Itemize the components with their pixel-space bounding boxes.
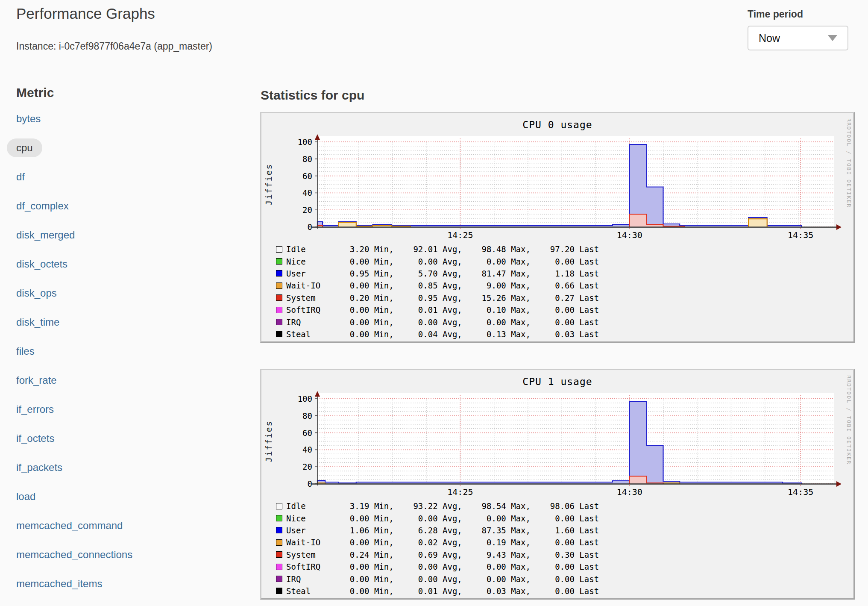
x-tick-label: 14:30 <box>617 487 642 497</box>
legend-stats-text: IRQ 0.00 Min, 0.00 Avg, 0.00 Max, 0.00 L… <box>286 574 599 584</box>
instance-label: Instance: i-0c7ef9877f06a4e7a (app_maste… <box>16 41 212 52</box>
time-period-control: Time period Now <box>748 9 848 50</box>
sidebar-item-label[interactable]: disk_time <box>7 313 69 332</box>
sidebar-item-label[interactable]: cpu <box>7 138 42 157</box>
legend-swatch-icon <box>276 282 282 289</box>
y-tick-label: 80 <box>302 411 312 421</box>
legend-row-user: User 1.06 Min, 6.28 Avg, 87.35 Max, 1.60… <box>276 524 599 536</box>
sidebar-item-memcached_command[interactable]: memcached_command <box>16 511 196 540</box>
legend-stats-text: SoftIRQ 0.00 Min, 0.01 Avg, 0.10 Max, 0.… <box>286 305 599 315</box>
x-axis-arrow-icon <box>836 224 842 230</box>
sidebar-item-df[interactable]: df <box>16 162 196 191</box>
sidebar-item-label[interactable]: disk_octets <box>7 255 77 274</box>
legend-stats-text: System 0.24 Min, 0.69 Avg, 9.43 Max, 0.3… <box>286 550 599 559</box>
graph-legend: Idle 3.19 Min, 93.22 Avg, 98.54 Max, 98.… <box>276 500 599 597</box>
sidebar-item-disk_merged[interactable]: disk_merged <box>16 221 196 250</box>
legend-swatch-icon <box>276 503 282 509</box>
sidebar-item-label[interactable]: disk_ops <box>7 284 66 303</box>
sidebar-item-disk_time[interactable]: disk_time <box>16 308 196 337</box>
main-content: Statistics for cpu CPU 0 usageRRDTOOL / … <box>260 84 855 103</box>
legend-swatch-icon <box>276 588 282 594</box>
y-axis-title: Jiffies <box>264 420 274 462</box>
legend-row-steal: Steal 0.00 Min, 0.04 Avg, 0.13 Max, 0.03… <box>276 328 599 340</box>
legend-stats-text: IRQ 0.00 Min, 0.00 Avg, 0.00 Max, 0.00 L… <box>286 318 599 327</box>
legend-row-system: System 0.20 Min, 0.95 Avg, 15.26 Max, 0.… <box>276 292 599 304</box>
sidebar-item-df_complex[interactable]: df_complex <box>16 191 196 221</box>
legend-stats-text: User 0.95 Min, 5.70 Avg, 81.47 Max, 1.18… <box>286 269 599 278</box>
x-axis-arrow-icon <box>836 481 842 487</box>
legend-row-wait-io: Wait-IO 0.00 Min, 0.02 Avg, 0.19 Max, 0.… <box>276 536 599 548</box>
sidebar-item-label[interactable]: df_complex <box>7 197 78 215</box>
y-tick-label: 80 <box>302 154 312 164</box>
sidebar-item-label[interactable]: bytes <box>7 109 50 128</box>
graph-plot: 02040608010014:2514:3014:35Jiffies <box>261 113 853 241</box>
legend-swatch-icon <box>276 331 282 337</box>
legend-stats-text: Idle 3.19 Min, 93.22 Avg, 98.54 Max, 98.… <box>286 501 599 511</box>
y-tick-label: 40 <box>302 445 312 454</box>
sidebar-item-label[interactable]: if_octets <box>7 429 64 448</box>
sidebar-item-label[interactable]: memcached_command <box>7 516 132 535</box>
sidebar-item-label[interactable]: if_packets <box>7 458 72 477</box>
legend-swatch-icon <box>276 539 282 546</box>
x-tick-label: 14:30 <box>617 230 642 240</box>
sidebar-item-load[interactable]: load <box>16 482 196 511</box>
rrd-graph-panel-cpu1: CPU 1 usageRRDTOOL / TOBI OETIKER0204060… <box>260 369 855 600</box>
sidebar-item-disk_ops[interactable]: disk_ops <box>16 279 196 308</box>
sidebar-item-if_octets[interactable]: if_octets <box>16 424 196 453</box>
sidebar-item-label[interactable]: disk_merged <box>7 226 84 244</box>
y-tick-label: 20 <box>302 462 312 471</box>
legend-stats-text: System 0.20 Min, 0.95 Avg, 15.26 Max, 0.… <box>286 293 599 303</box>
graph-legend: Idle 3.20 Min, 92.01 Avg, 98.48 Max, 97.… <box>276 243 599 340</box>
x-tick-label: 14:35 <box>788 487 813 497</box>
sidebar-item-fork_rate[interactable]: fork_rate <box>16 366 196 395</box>
sidebar-item-if_errors[interactable]: if_errors <box>16 395 196 424</box>
legend-row-wait-io: Wait-IO 0.00 Min, 0.85 Avg, 9.00 Max, 0.… <box>276 279 599 291</box>
x-tick-label: 14:25 <box>447 487 473 497</box>
sidebar-item-label[interactable]: memcached_items <box>7 574 111 593</box>
sidebar-item-label[interactable]: fork_rate <box>7 371 66 390</box>
y-tick-label: 0 <box>308 479 312 488</box>
sidebar-item-bytes[interactable]: bytes <box>16 104 196 133</box>
legend-swatch-icon <box>276 246 282 253</box>
legend-swatch-icon <box>276 551 282 558</box>
legend-swatch-icon <box>276 307 282 313</box>
legend-swatch-icon <box>276 319 282 325</box>
legend-stats-text: Steal 0.00 Min, 0.04 Avg, 0.13 Max, 0.03… <box>286 329 599 339</box>
x-tick-label: 14:25 <box>447 230 473 240</box>
sidebar-item-cpu[interactable]: cpu <box>16 133 196 162</box>
chevron-down-icon <box>828 35 837 41</box>
legend-swatch-icon <box>276 515 282 521</box>
legend-swatch-icon <box>276 258 282 265</box>
legend-stats-text: Wait-IO 0.00 Min, 0.85 Avg, 9.00 Max, 0.… <box>286 281 599 290</box>
legend-row-softirq: SoftIRQ 0.00 Min, 0.00 Avg, 0.00 Max, 0.… <box>276 561 599 573</box>
sidebar-item-label[interactable]: if_errors <box>7 400 63 419</box>
legend-row-nice: Nice 0.00 Min, 0.00 Avg, 0.00 Max, 0.00 … <box>276 255 599 267</box>
sidebar-item-label[interactable]: df <box>7 168 34 186</box>
y-tick-label: 60 <box>302 171 312 181</box>
time-period-select[interactable]: Now <box>748 26 848 50</box>
sidebar-item-label[interactable]: files <box>7 342 44 361</box>
legend-stats-text: User 1.06 Min, 6.28 Avg, 87.35 Max, 1.60… <box>286 526 599 535</box>
sidebar-item-files[interactable]: files <box>16 337 196 366</box>
legend-swatch-icon <box>276 294 282 301</box>
sidebar-item-disk_octets[interactable]: disk_octets <box>16 250 196 279</box>
y-tick-label: 20 <box>302 205 312 215</box>
sidebar-item-memcached_connections[interactable]: memcached_connections <box>16 540 196 569</box>
sidebar-item-memcached_items[interactable]: memcached_items <box>16 569 196 598</box>
page-title: Performance Graphs <box>16 5 155 22</box>
sidebar-item-label[interactable]: load <box>7 487 45 506</box>
legend-row-irq: IRQ 0.00 Min, 0.00 Avg, 0.00 Max, 0.00 L… <box>276 316 599 328</box>
legend-swatch-icon <box>276 576 282 582</box>
sidebar-item-if_packets[interactable]: if_packets <box>16 453 196 482</box>
legend-stats-text: Idle 3.20 Min, 92.01 Avg, 98.48 Max, 97.… <box>286 244 599 254</box>
time-period-value: Now <box>759 32 780 44</box>
legend-row-irq: IRQ 0.00 Min, 0.00 Avg, 0.00 Max, 0.00 L… <box>276 573 599 585</box>
metric-sidebar: Metric bytescpudfdf_complexdisk_mergeddi… <box>16 85 196 598</box>
sidebar-heading: Metric <box>16 85 196 100</box>
y-tick-label: 60 <box>302 428 312 438</box>
legend-row-steal: Steal 0.00 Min, 0.01 Avg, 0.03 Max, 0.00… <box>276 585 599 597</box>
legend-stats-text: SoftIRQ 0.00 Min, 0.00 Avg, 0.00 Max, 0.… <box>286 562 599 571</box>
legend-stats-text: Wait-IO 0.00 Min, 0.02 Avg, 0.19 Max, 0.… <box>286 538 599 547</box>
rrd-graph-panel-cpu0: CPU 0 usageRRDTOOL / TOBI OETIKER0204060… <box>260 112 855 343</box>
sidebar-item-label[interactable]: memcached_connections <box>7 545 142 564</box>
